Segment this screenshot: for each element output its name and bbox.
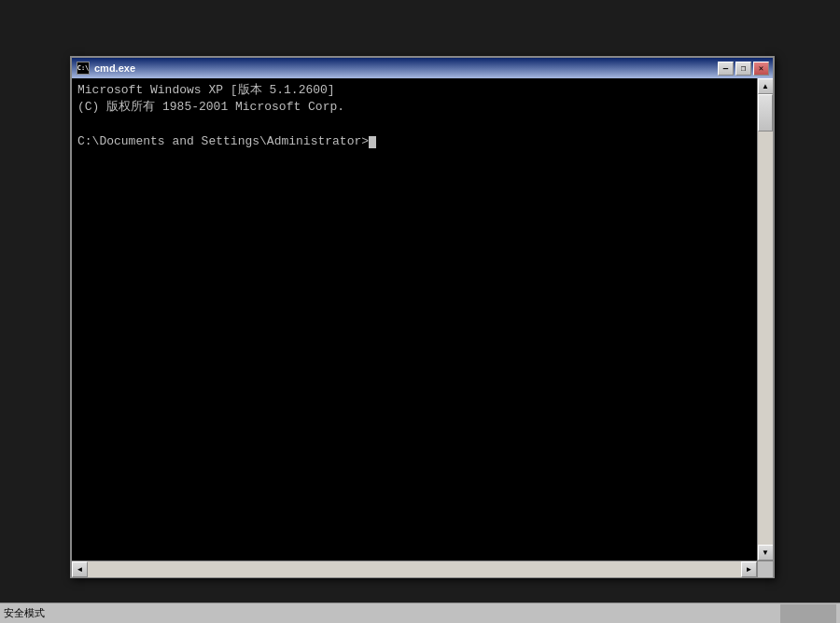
scroll-up-button[interactable]: ▲	[758, 78, 774, 94]
cmd-icon: C:\	[77, 62, 90, 75]
scrollbar-corner	[757, 561, 773, 577]
desktop: C:\ cmd.exe – ❐ ✕ Microsoft Windows XP […	[0, 0, 840, 623]
window-title: cmd.exe	[94, 62, 718, 74]
window-icon: C:\	[76, 61, 91, 76]
close-button[interactable]: ✕	[753, 62, 769, 76]
status-text: 安全模式	[4, 606, 45, 620]
minimize-button[interactable]: –	[718, 62, 734, 76]
window-body: Microsoft Windows XP [版本 5.1.2600] (C) 版…	[72, 78, 773, 561]
scroll-down-button[interactable]: ▼	[758, 545, 774, 561]
bottom-bar: ◄ ►	[72, 561, 773, 576]
title-bar[interactable]: C:\ cmd.exe – ❐ ✕	[72, 58, 773, 78]
scrollbar-horizontal[interactable]: ◄ ►	[72, 561, 757, 577]
status-right	[780, 604, 836, 623]
scrollbar-vertical[interactable]: ▲ ▼	[757, 78, 773, 561]
console-area[interactable]: Microsoft Windows XP [版本 5.1.2600] (C) 版…	[72, 78, 757, 561]
scroll-track-vertical[interactable]	[758, 94, 773, 545]
title-buttons: – ❐ ✕	[718, 62, 769, 76]
cmd-window: C:\ cmd.exe – ❐ ✕ Microsoft Windows XP […	[70, 56, 775, 578]
restore-button[interactable]: ❐	[735, 62, 751, 76]
taskbar-icons	[780, 604, 836, 623]
cursor	[369, 136, 376, 148]
console-output: Microsoft Windows XP [版本 5.1.2600] (C) 版…	[77, 82, 751, 150]
status-bar: 安全模式	[0, 602, 840, 623]
scroll-left-button[interactable]: ◄	[72, 561, 88, 577]
scroll-track-horizontal[interactable]	[88, 561, 741, 577]
scroll-thumb-vertical[interactable]	[758, 94, 773, 132]
scroll-right-button[interactable]: ►	[741, 561, 757, 577]
